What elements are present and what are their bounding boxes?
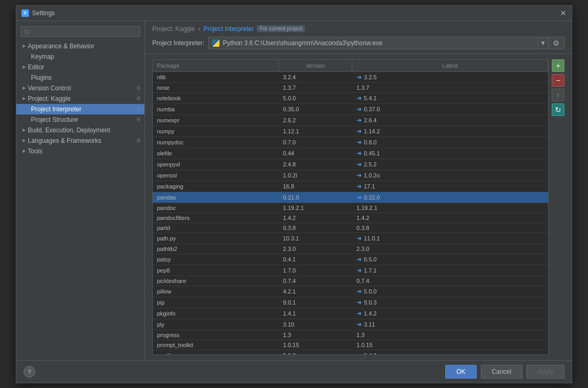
sidebar-item-tools[interactable]: ▶Tools: [16, 146, 144, 156]
add-package-button[interactable]: +: [552, 59, 564, 72]
sidebar-item-project-interpreter[interactable]: Project Interpreter⎘: [16, 104, 144, 114]
update-arrow-icon: ➜: [356, 299, 362, 306]
interpreter-dropdown-button[interactable]: ▾: [538, 37, 548, 49]
dialog-footer: ? OK Cancel Apply: [16, 360, 572, 383]
table-row[interactable]: path.py 10.3.1 ➜11.0.1: [153, 233, 548, 244]
td-latest: ➜0.45.1: [352, 148, 548, 159]
update-arrow-icon: ➜: [356, 95, 362, 102]
breadcrumb-project: Project: Kaggle: [152, 25, 195, 33]
table-row[interactable]: ply 3.10 ➜3.11: [153, 319, 548, 330]
cancel-button[interactable]: Cancel: [481, 365, 522, 379]
update-arrow-icon: ➜: [356, 172, 362, 179]
interpreter-label: Project Interpreter:: [152, 39, 204, 47]
table-row[interactable]: psutil 5.2.2 ➜5.4.3: [153, 350, 548, 354]
td-latest: ➜2.5.2: [352, 159, 548, 170]
interpreter-value: Python 3.6 C:\Users\shuangmm\Anaconda3\p…: [223, 39, 382, 47]
up-button[interactable]: ↑: [552, 89, 564, 101]
table-row[interactable]: pillow 4.2.1 ➜5.0.0: [153, 286, 548, 297]
td-version: 2.4.8: [279, 159, 352, 170]
sidebar-item-version-control[interactable]: ▶Version Control⎘: [16, 83, 144, 93]
table-row[interactable]: nltk 3.2.4 ➜3.2.5: [153, 72, 548, 83]
td-latest: 0.3.8: [352, 223, 548, 233]
update-arrow-icon: ➜: [356, 150, 362, 157]
table-row[interactable]: pathlib2 2.3.0 2.3.0: [153, 244, 548, 254]
table-row[interactable]: patsy 0.4.1 ➜0.5.0: [153, 254, 548, 265]
td-version: 9.0.1: [279, 297, 352, 308]
remove-package-button[interactable]: −: [552, 74, 564, 87]
table-row[interactable]: pep8 1.7.0 ➜1.7.1: [153, 265, 548, 276]
sidebar-item-label: Build, Execution, Deployment: [28, 127, 140, 134]
td-latest: 1.0.15: [352, 340, 548, 350]
td-package: psutil: [153, 350, 279, 354]
dialog-title-text: Settings: [32, 9, 55, 17]
table-row[interactable]: notebook 5.0.0 ➜5.4.1: [153, 93, 548, 104]
table-row[interactable]: numpydoc 0.7.0 ➜0.8.0: [153, 137, 548, 148]
update-arrow-icon: ➜: [356, 321, 362, 328]
close-button[interactable]: ✕: [560, 9, 566, 17]
table-row[interactable]: numexpr 2.6.2 ➜2.6.4: [153, 115, 548, 126]
table-row[interactable]: pickleshare 0.7.4 0.7.4: [153, 276, 548, 286]
sidebar-item-build[interactable]: ▶Build, Execution, Deployment: [16, 125, 144, 135]
td-package: pandoc: [153, 203, 279, 213]
td-version: 5.2.2: [279, 350, 352, 354]
breadcrumb-sep: ›: [198, 25, 200, 33]
table-row[interactable]: prompt_toolkit 1.0.15 1.0.15: [153, 340, 548, 350]
sidebar-item-project-kaggle[interactable]: ▶Project: Kaggle⎘: [16, 93, 144, 104]
table-row[interactable]: nose 1.3.7 1.3.7: [153, 83, 548, 93]
sidebar-item-keymap[interactable]: Keymap: [16, 51, 144, 62]
sidebar-item-label: Project Structure: [31, 116, 135, 123]
table-row[interactable]: pip 9.0.1 ➜9.0.3: [153, 297, 548, 308]
sidebar-item-editor[interactable]: ▶Editor: [16, 62, 144, 72]
td-package: pickleshare: [153, 276, 279, 286]
table-row[interactable]: openssl 1.0.2l ➜1.0.2o: [153, 170, 548, 181]
sidebar-repo-icon: ⎘: [137, 138, 140, 143]
table-row[interactable]: pandocfilters 1.4.2 1.4.2: [153, 213, 548, 223]
td-latest: ➜1.7.1: [352, 265, 548, 276]
td-version: 1.3: [279, 330, 352, 340]
sidebar-repo-icon: ⎘: [137, 85, 140, 91]
table-row[interactable]: numpy 1.12.1 ➜1.14.2: [153, 126, 548, 137]
td-version: 0.3.8: [279, 223, 352, 233]
td-latest: ➜0.5.0: [352, 254, 548, 265]
td-package: partd: [153, 223, 279, 233]
table-row[interactable]: pandoc 1.19.2.1 1.19.2.1: [153, 203, 548, 213]
table-row[interactable]: openpyxl 2.4.8 ➜2.5.2: [153, 159, 548, 170]
interpreter-settings-button[interactable]: ⚙: [548, 37, 564, 49]
td-package: olefile: [153, 148, 279, 159]
sidebar-item-label: Project: Kaggle: [28, 95, 135, 102]
sidebar-item-languages[interactable]: ▶Languages & Frameworks⎘: [16, 135, 144, 146]
interpreter-row: Project Interpreter: Python 3.6 C:\Users…: [152, 37, 564, 49]
main-header: Project: Kaggle › Project Interpreter Fo…: [145, 21, 572, 54]
table-row[interactable]: partd 0.3.8 0.3.8: [153, 223, 548, 233]
table-row[interactable]: progress 1.3 1.3: [153, 330, 548, 340]
ok-button[interactable]: OK: [445, 365, 476, 379]
td-package: prompt_toolkit: [153, 340, 279, 350]
help-button[interactable]: ?: [24, 366, 35, 377]
td-latest: ➜3.11: [352, 319, 548, 330]
td-version: 0.7.4: [279, 276, 352, 286]
td-latest: ➜0.22.0: [352, 192, 548, 203]
update-arrow-icon: ➜: [356, 194, 362, 201]
table-row[interactable]: olefile 0.44 ➜0.45.1: [153, 148, 548, 159]
sidebar-item-project-structure[interactable]: Project Structure⎘: [16, 114, 144, 125]
sidebar-repo-icon: ⎘: [137, 96, 140, 101]
td-version: 16.8: [279, 181, 352, 192]
table-row[interactable]: numba 0.35.0 ➜0.37.0: [153, 104, 548, 115]
sidebar-item-label: Project Interpreter: [31, 106, 135, 113]
sidebar-item-appearance[interactable]: ▶Appearance & Behavior: [16, 41, 144, 51]
table-row[interactable]: pandas 0.21.0 ➜0.22.0: [153, 192, 548, 203]
td-package: nose: [153, 83, 279, 92]
sidebar-search-input[interactable]: [20, 26, 140, 37]
refresh-button[interactable]: ↻: [552, 103, 564, 116]
td-latest: ➜11.0.1: [352, 233, 548, 244]
td-package: ply: [153, 319, 279, 330]
table-row[interactable]: pkginfo 1.4.1 ➜1.4.2: [153, 308, 548, 319]
update-arrow-icon: ➜: [356, 161, 362, 168]
package-area: Package Version Latest nltk 3.2.4 ➜3.2.5…: [145, 54, 572, 360]
update-arrow-icon: ➜: [356, 74, 362, 81]
interpreter-input-display[interactable]: Python 3.6 C:\Users\shuangmm\Anaconda3\p…: [208, 37, 538, 49]
table-row[interactable]: packaging 16.8 ➜17.1: [153, 181, 548, 192]
sidebar-item-plugins[interactable]: Plugins: [16, 72, 144, 83]
apply-button[interactable]: Apply: [527, 365, 564, 379]
td-package: patsy: [153, 254, 279, 265]
